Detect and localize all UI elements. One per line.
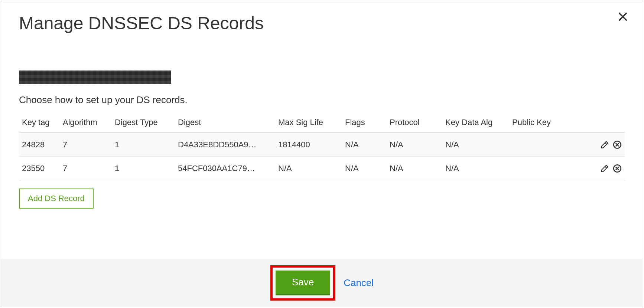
col-key-data-alg: Key Data Alg [442,114,509,133]
cell-key-data-alg: N/A [442,157,509,180]
col-max-sig-life: Max Sig Life [275,114,342,133]
col-protocol: Protocol [387,114,442,133]
cell-digest-type: 1 [112,157,175,180]
table-row: 23550 7 1 54FCF030AA1C79… N/A N/A N/A N/… [19,157,625,180]
cell-key-tag: 23550 [19,157,60,180]
cell-key-tag: 24828 [19,133,60,157]
delete-icon[interactable] [612,164,622,173]
ds-records-table: Key tag Algorithm Digest Type Digest Max… [19,114,625,180]
cell-max-sig-life: 1814400 [275,133,342,157]
dialog-title: Manage DNSSEC DS Records [19,13,625,33]
cancel-link[interactable]: Cancel [344,277,374,289]
dialog-footer: Save Cancel [1,259,643,307]
cell-key-data-alg: N/A [442,133,509,157]
add-ds-record-button[interactable]: Add DS Record [19,189,94,209]
edit-icon[interactable] [600,164,609,173]
cell-max-sig-life: N/A [275,157,342,180]
domain-name-redacted [19,71,171,84]
save-button[interactable]: Save [276,271,330,295]
cell-algorithm: 7 [60,157,112,180]
col-key-tag: Key tag [19,114,60,133]
cell-protocol: N/A [387,157,442,180]
cell-public-key [509,133,588,157]
cell-public-key [509,157,588,180]
col-public-key: Public Key [509,114,588,133]
col-digest: Digest [175,114,275,133]
cell-protocol: N/A [387,133,442,157]
cell-algorithm: 7 [60,133,112,157]
cell-flags: N/A [342,157,387,180]
table-row: 24828 7 1 D4A33E8DD550A9… 1814400 N/A N/… [19,133,625,157]
dialog-subtitle: Choose how to set up your DS records. [19,94,625,106]
cell-digest: D4A33E8DD550A9… [175,133,275,157]
table-header-row: Key tag Algorithm Digest Type Digest Max… [19,114,625,133]
col-flags: Flags [342,114,387,133]
edit-icon[interactable] [600,140,609,150]
cell-digest-type: 1 [112,133,175,157]
col-algorithm: Algorithm [60,114,112,133]
delete-icon[interactable] [612,140,622,150]
dnssec-dialog: Manage DNSSEC DS Records Choose how to s… [1,1,643,307]
col-digest-type: Digest Type [112,114,175,133]
save-highlight-box: Save [270,265,335,301]
cell-digest: 54FCF030AA1C79… [175,157,275,180]
close-icon[interactable] [618,12,628,23]
cell-flags: N/A [342,133,387,157]
